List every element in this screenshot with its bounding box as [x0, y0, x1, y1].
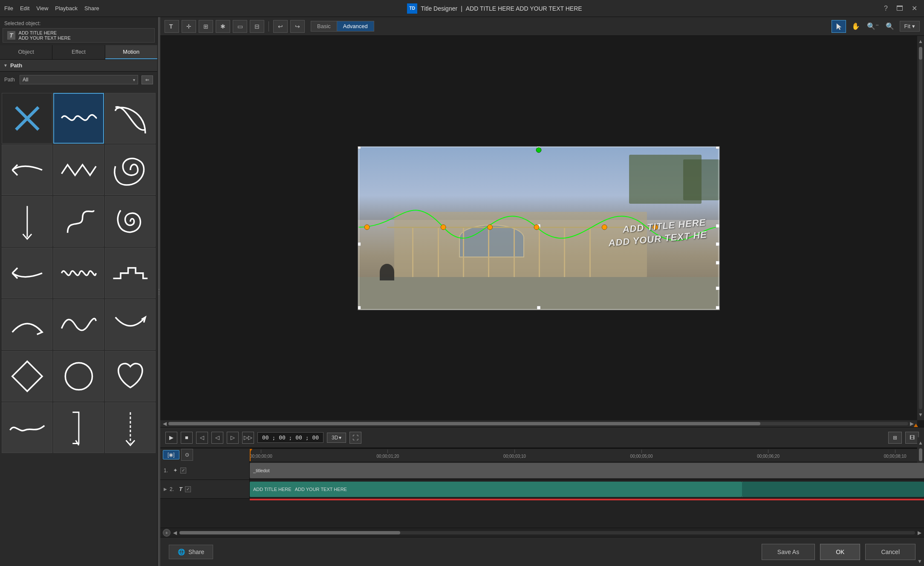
zoom-in-button[interactable]: 🔍 [883, 20, 897, 33]
scatter-tool-button[interactable]: ✱ [216, 20, 230, 33]
path-item-steps[interactable] [105, 248, 156, 298]
redo-button[interactable]: ↪ [290, 20, 305, 33]
path-item-swirl[interactable] [105, 144, 156, 195]
track-2-expand[interactable]: ▶ [164, 487, 167, 491]
timeline-tab-button[interactable]: [◉] [163, 450, 179, 459]
h-scroll-thumb[interactable] [168, 422, 760, 425]
path-item-vline[interactable] [2, 196, 52, 247]
path-item-mwave[interactable] [53, 299, 104, 350]
path-dropdown-row: Path All ▾ ⇐ [4, 75, 153, 84]
timeline-scroll-up[interactable]: ▲ [916, 438, 924, 448]
timeline-tab-icon: [◉] [167, 452, 175, 458]
preview-scrollbar: ▲ ▼ [917, 36, 924, 420]
timeline-zoom-bar [179, 531, 915, 534]
menu-edit[interactable]: Edit [20, 5, 29, 12]
preview-canvas[interactable]: ADD TITLE HERE ADD YOUR TEXT HE [358, 146, 720, 310]
scroll-down-arrow[interactable]: ▼ [916, 410, 924, 419]
maximize-button[interactable]: 🗖 [894, 4, 906, 13]
path-reset-icon: ⇐ [145, 77, 149, 83]
path-dropdown-chevron: ▾ [133, 78, 135, 82]
path-item-scurve[interactable] [105, 93, 156, 144]
timeline-scroll-thumb[interactable] [919, 448, 922, 461]
path-item-wave[interactable] [53, 93, 104, 144]
object-text-lines: ADD TITLE HERE ADD YOUR TEXT HERE [19, 30, 71, 40]
timeline-right-arrow[interactable]: ▶ [918, 530, 921, 536]
path-reset-button[interactable]: ⇐ [141, 75, 153, 84]
menu-playback[interactable]: Playback [55, 5, 78, 12]
track-2-label: ▶ 2. T [160, 480, 250, 498]
help-button[interactable]: ? [881, 4, 890, 13]
h-scroll-left-arrow[interactable]: ◀ [161, 421, 168, 427]
hand-tool-button[interactable]: ✋ [849, 20, 863, 33]
fit-tool-button[interactable]: ⊞ [199, 20, 213, 33]
align-tool-button[interactable]: ⊟ [250, 20, 264, 33]
path-item-wave2[interactable] [53, 248, 104, 298]
title-separator: | [461, 5, 462, 12]
text-tool-button[interactable]: T [165, 20, 179, 33]
track-1-clip[interactable]: _titledot [250, 463, 924, 478]
prev-button[interactable]: ◁ [196, 432, 208, 444]
move-tool-button[interactable]: ✛ [182, 20, 196, 33]
path-item-bracket[interactable] [53, 402, 104, 453]
path-item-curve1[interactable] [2, 299, 52, 350]
timeline-left-arrow[interactable]: ◀ [173, 530, 177, 536]
timeline-add-button[interactable]: + [163, 529, 170, 537]
tab-effect[interactable]: Effect [52, 45, 105, 59]
object-line1: ADD TITLE HERE [19, 30, 71, 35]
path-item-circle[interactable] [53, 351, 104, 401]
track-1-checkbox[interactable] [180, 468, 186, 474]
path-item-arrow-left2[interactable] [2, 248, 52, 298]
path-item-dotted[interactable] [105, 402, 156, 453]
path-item-none[interactable] [2, 93, 52, 144]
playhead-triangle [914, 424, 918, 427]
app-name: Title Designer [421, 5, 457, 12]
menu-share[interactable]: Share [84, 5, 99, 12]
expand-timeline-button[interactable]: ▼ [915, 557, 924, 566]
advanced-mode-button[interactable]: Advanced [337, 21, 374, 31]
path-item-spath[interactable] [53, 196, 104, 247]
timeline-settings-button[interactable]: ⊙ [181, 449, 193, 461]
share-button[interactable]: 🌐 Share [169, 545, 213, 559]
menu-view[interactable]: View [36, 5, 48, 12]
left-panel: Selected object: T ADD TITLE HERE ADD YO… [0, 17, 158, 566]
selected-object-label: Selected object: [0, 17, 157, 28]
stop-button[interactable]: ■ [181, 432, 193, 444]
scroll-up-arrow[interactable]: ▲ [916, 37, 924, 46]
path-item-tilde[interactable] [2, 402, 52, 453]
track-2-clip2[interactable] [742, 482, 924, 497]
path-item-arrow-left[interactable] [2, 144, 52, 195]
track-2-checkbox[interactable] [185, 486, 191, 492]
path-item-zigzag[interactable] [53, 144, 104, 195]
select-tool-button[interactable] [832, 20, 846, 33]
path-type-dropdown[interactable]: All ▾ [20, 75, 138, 84]
panel-tabs: Object Effect Motion [0, 45, 157, 60]
tab-motion[interactable]: Motion [105, 45, 157, 59]
city-background [358, 147, 719, 310]
menu-file[interactable]: File [4, 5, 13, 12]
monitor-tool-button[interactable]: ▭ [233, 20, 247, 33]
ok-button[interactable]: OK [820, 544, 860, 560]
path-item-spiral[interactable] [105, 196, 156, 247]
scroll-thumb[interactable] [919, 47, 922, 60]
svg-marker-3 [12, 361, 42, 391]
frame-fwd-button[interactable]: ▷ [227, 432, 239, 444]
basic-mode-button[interactable]: Basic [311, 21, 337, 31]
cancel-button[interactable]: Cancel [865, 544, 915, 560]
frame-back-button[interactable]: ◁ [211, 432, 223, 444]
timeline-zoom-thumb[interactable] [179, 531, 400, 534]
undo-button[interactable]: ↩ [273, 20, 288, 33]
tab-object[interactable]: Object [0, 45, 52, 59]
path-item-heart[interactable] [105, 351, 156, 401]
timeline-marker-line [250, 499, 924, 500]
path-header[interactable]: ▼ Path [0, 60, 157, 72]
play-button[interactable]: ▶ [165, 432, 177, 444]
track-2-clip1[interactable]: ADD TITLE HERE ADD YOUR TEXT HERE [250, 482, 742, 497]
svg-text:T: T [169, 23, 173, 30]
path-item-diamond[interactable] [2, 351, 52, 401]
save-as-button[interactable]: Save As [762, 544, 815, 560]
path-item-curve2[interactable] [105, 299, 156, 350]
ruler-mark-2: 00;00;03;10 [503, 449, 526, 459]
close-button[interactable]: ✕ [909, 3, 920, 13]
zoom-out-button[interactable]: 🔍⁻ [866, 20, 880, 33]
fit-dropdown[interactable]: Fit ▾ [900, 21, 920, 32]
